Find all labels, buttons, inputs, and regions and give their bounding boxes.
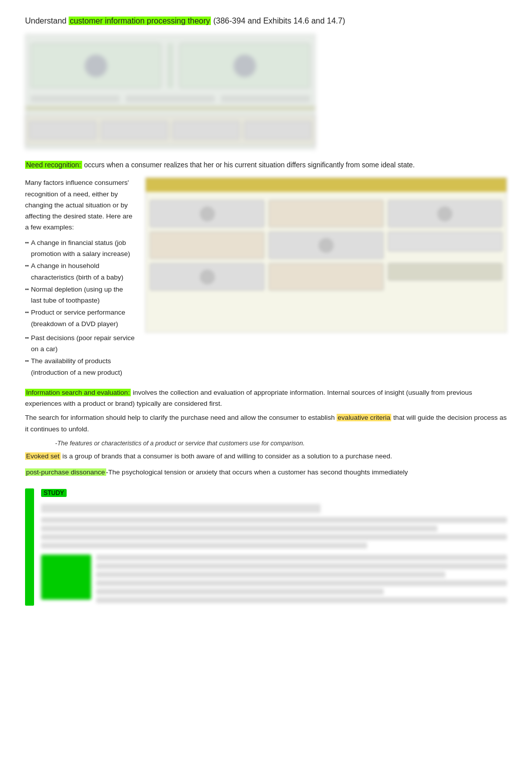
right-diagram (145, 177, 507, 333)
green-label-bottom: STUDY (41, 489, 67, 497)
evoked-set-text: is a group of brands that a consumer is … (61, 452, 392, 460)
bottom-green-block (41, 555, 91, 600)
top-diagram (25, 34, 316, 149)
left-column: Many factors influence consumers' recogn… (25, 177, 135, 379)
need-recognition-line: Need recognition: occurs when a consumer… (25, 159, 507, 170)
bullet-item-5: •• Past decisions (poor repair service o… (25, 333, 135, 355)
evaluative-criteria-highlight: evaluative criteria (337, 414, 391, 421)
info-search-label: Information search and evaluation: (25, 389, 131, 396)
need-recognition-text: occurs when a consumer realizes that her… (82, 161, 415, 169)
indent-section: -The features or characteristics of a pr… (55, 440, 507, 447)
left-col-intro: Many factors influence consumers' recogn… (25, 177, 135, 233)
info-search-text2: The search for information should help t… (25, 414, 337, 421)
bottom-blurred-text (41, 504, 507, 549)
post-purchase-section: post-purchase dissonance-The psychologic… (25, 467, 507, 478)
bottom-content: STUDY (41, 488, 507, 606)
page-title: Understand customer information processi… (25, 15, 507, 27)
bottom-left-bar (25, 488, 34, 606)
info-search-section: Information search and evaluation: invol… (25, 387, 507, 410)
bullet-item-3: •• Normal depletion (using up the last t… (25, 284, 135, 307)
right-column (145, 177, 507, 379)
evoked-set-section: Evoked set is a group of brands that a c… (25, 451, 507, 462)
two-column-section: Many factors influence consumers' recogn… (25, 177, 507, 379)
bullet-item-1: •• A change in financial status (job pro… (25, 237, 135, 260)
need-recognition-label: Need recognition: (25, 161, 82, 169)
bottom-text-block (96, 555, 507, 606)
bullet-item-2: •• A change in household characteristics… (25, 260, 135, 283)
bottom-row2 (41, 555, 507, 606)
highlight-title: customer information processing theory (69, 17, 211, 25)
bullet-item-4: •• Product or service performance (break… (25, 307, 135, 330)
bottom-section: STUDY (25, 488, 507, 606)
evoked-set-label: Evoked set (25, 452, 61, 460)
post-purchase-text: -The psychological tension or anxiety th… (106, 468, 408, 476)
info-search-section2: The search for information should help t… (25, 412, 507, 435)
bullet-item-6: •• The availability of products (introdu… (25, 356, 135, 378)
post-purchase-label: post-purchase dissonance (25, 468, 106, 476)
